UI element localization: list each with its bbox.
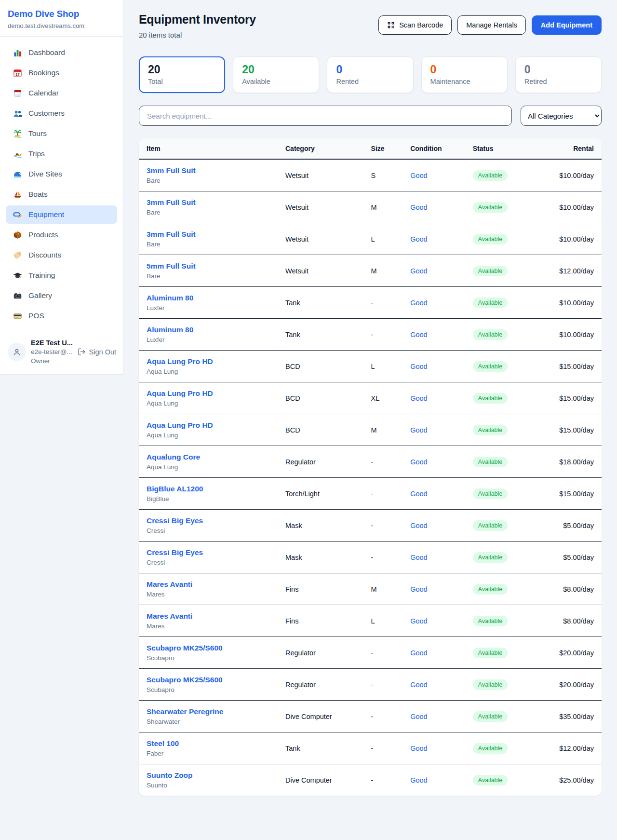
condition-link[interactable]: Good [410, 522, 427, 529]
table-row: Aqua Lung Pro HDAqua LungBCDMGoodAvailab… [139, 414, 602, 446]
condition-link[interactable]: Good [410, 426, 427, 434]
sidebar-item-calendar[interactable]: Calendar [6, 84, 117, 102]
table-row: Aqua Lung Pro HDAqua LungBCDXLGoodAvaila… [139, 382, 602, 414]
sidebar-item-customers[interactable]: Customers [6, 104, 117, 122]
rental-cell: $10.00/day [550, 223, 602, 255]
sidebar-item-training[interactable]: Training [6, 266, 117, 285]
sidebar-item-pos[interactable]: POS [6, 307, 117, 325]
sidebar-item-dashboard[interactable]: Dashboard [6, 43, 117, 62]
scan-barcode-button[interactable]: Scan Barcode [378, 15, 452, 35]
item-name-link[interactable]: Scubapro MK25/S600 [147, 644, 270, 652]
shop-name-link[interactable]: Demo Dive Shop [8, 9, 115, 19]
item-name-link[interactable]: Shearwater Peregrine [147, 707, 270, 716]
condition-link[interactable]: Good [410, 585, 427, 593]
condition-link[interactable]: Good [410, 235, 427, 243]
stat-label-retired: Retired [524, 78, 592, 85]
item-cell: 3mm Full SuitBare [139, 223, 278, 255]
rental-cell: $10.00/day [550, 287, 602, 319]
condition-link[interactable]: Good [410, 458, 427, 466]
manage-rentals-button[interactable]: Manage Rentals [457, 15, 526, 35]
item-name-link[interactable]: Scubapro MK25/S600 [147, 676, 270, 684]
condition-link[interactable]: Good [410, 554, 427, 561]
item-name-link[interactable]: Aluminum 80 [147, 294, 270, 302]
condition-link[interactable]: Good [410, 617, 427, 625]
condition-link[interactable]: Good [410, 490, 427, 498]
sidebar-item-gallery[interactable]: Gallery [6, 286, 117, 305]
item-name-link[interactable]: Mares Avanti [147, 612, 270, 621]
condition-link[interactable]: Good [410, 776, 427, 784]
item-brand: Mares [147, 623, 270, 630]
item-name-link[interactable]: Steel 100 [147, 739, 270, 748]
stats-row: 20Total20Available0Rented0Maintenance0Re… [139, 56, 602, 93]
item-brand: Shearwater [147, 718, 270, 725]
category-cell: Dive Computer [278, 764, 363, 796]
stat-card-rented[interactable]: 0Rented [327, 56, 413, 93]
condition-link[interactable]: Good [410, 267, 427, 275]
condition-link[interactable]: Good [410, 681, 427, 689]
item-name-link[interactable]: 5mm Full Suit [147, 262, 270, 271]
condition-link[interactable]: Good [410, 363, 427, 370]
sidebar-item-boats[interactable]: Boats [6, 185, 117, 203]
condition-link[interactable]: Good [410, 299, 427, 307]
size-cell: L [363, 605, 403, 637]
condition-link[interactable]: Good [410, 394, 427, 402]
rental-cell: $25.00/day [550, 764, 602, 796]
condition-link[interactable]: Good [410, 172, 427, 179]
item-name-link[interactable]: Aluminum 80 [147, 325, 270, 334]
condition-cell: Good [402, 446, 465, 478]
condition-link[interactable]: Good [410, 649, 427, 657]
user-role: Owner [31, 357, 73, 366]
sidebar-item-dive-sites[interactable]: Dive Sites [6, 165, 117, 183]
item-name-link[interactable]: Cressi Big Eyes [147, 516, 270, 525]
sidebar-item-equipment[interactable]: Equipment [6, 205, 117, 224]
condition-link[interactable]: Good [410, 331, 427, 339]
item-name-link[interactable]: Mares Avanti [147, 580, 270, 589]
condition-cell: Good [402, 191, 465, 223]
item-name-link[interactable]: Aqua Lung Pro HD [147, 421, 270, 430]
add-equipment-button[interactable]: Add Equipment [532, 15, 602, 35]
sidebar-item-tours[interactable]: Tours [6, 124, 117, 143]
col-header-size: Size [363, 138, 403, 159]
item-name-link[interactable]: Aqualung Core [147, 453, 270, 461]
item-name-link[interactable]: BigBlue AL1200 [147, 485, 270, 493]
condition-link[interactable]: Good [410, 713, 427, 720]
status-cell: Available [465, 573, 551, 605]
category-cell: Fins [278, 605, 363, 637]
stat-card-retired[interactable]: 0Retired [515, 56, 602, 93]
item-cell: BigBlue AL1200BigBlue [139, 478, 278, 510]
rental-cell: $20.00/day [550, 637, 602, 669]
status-cell: Available [465, 446, 551, 478]
search-input[interactable] [139, 106, 512, 126]
condition-cell: Good [402, 732, 465, 764]
status-badge: Available [473, 425, 508, 435]
stat-card-total[interactable]: 20Total [139, 56, 225, 93]
table-row: Mares AvantiMaresFinsMGoodAvailable$8.00… [139, 573, 602, 605]
item-name-link[interactable]: Aqua Lung Pro HD [147, 357, 270, 366]
stat-label-available: Available [242, 78, 310, 85]
category-select[interactable]: All Categories [521, 106, 602, 126]
condition-cell: Good [402, 605, 465, 637]
sidebar-item-trips[interactable]: Trips [6, 145, 117, 163]
condition-link[interactable]: Good [410, 745, 427, 752]
size-cell: L [363, 223, 403, 255]
sidebar-item-products[interactable]: Products [6, 226, 117, 244]
size-cell: XL [363, 382, 403, 414]
table-row: Suunto ZoopSuuntoDive Computer-GoodAvail… [139, 764, 602, 796]
item-name-link[interactable]: 3mm Full Suit [147, 198, 270, 207]
item-name-link[interactable]: Aqua Lung Pro HD [147, 389, 270, 398]
item-name-link[interactable]: 3mm Full Suit [147, 166, 270, 175]
item-brand: Aqua Lung [147, 400, 270, 407]
item-name-link[interactable]: Suunto Zoop [147, 771, 270, 780]
sidebar-item-bookings[interactable]: 17Bookings [6, 64, 117, 82]
status-cell: Available [465, 732, 551, 764]
item-name-link[interactable]: 3mm Full Suit [147, 230, 270, 239]
condition-link[interactable]: Good [410, 203, 427, 211]
status-cell: Available [465, 223, 551, 255]
stat-card-available[interactable]: 20Available [233, 56, 319, 93]
sidebar-item-discounts[interactable]: Discounts [6, 246, 117, 264]
sign-out-button[interactable]: Sign Out [78, 348, 116, 356]
item-name-link[interactable]: Cressi Big Eyes [147, 548, 270, 557]
stat-card-maintenance[interactable]: 0Maintenance [421, 56, 508, 93]
condition-cell: Good [402, 764, 465, 796]
item-cell: Aqua Lung Pro HDAqua Lung [139, 351, 278, 382]
